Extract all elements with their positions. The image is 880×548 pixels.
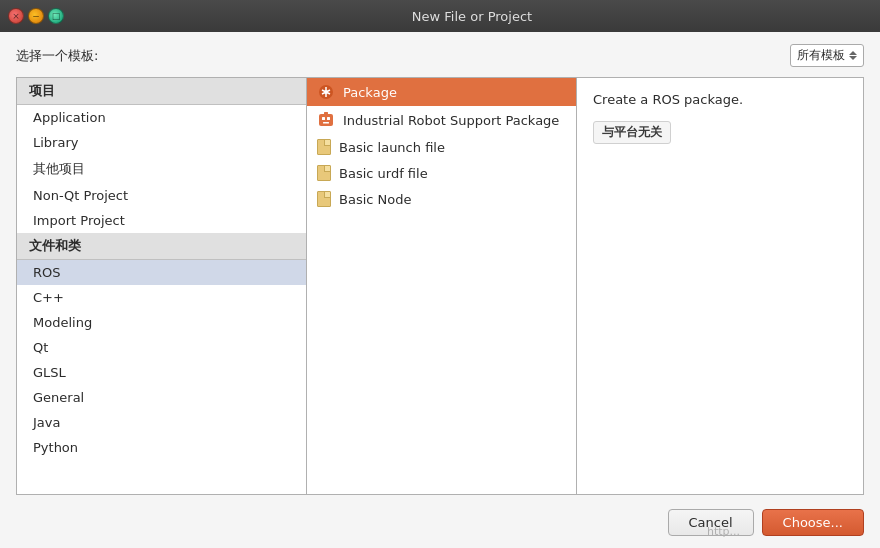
svg-point-1 xyxy=(324,90,328,94)
titlebar: × − □ New File or Project xyxy=(0,0,880,32)
robot-icon xyxy=(317,111,335,129)
dialog: 选择一个模板: 所有模板 项目 Application Library 其他项目… xyxy=(0,32,880,548)
template-label: 选择一个模板: xyxy=(16,47,98,65)
middle-item-urdf[interactable]: Basic urdf file xyxy=(307,160,576,186)
section-header-project: 项目 xyxy=(17,78,306,105)
svg-rect-3 xyxy=(322,117,325,120)
file-icon-urdf xyxy=(317,165,331,181)
package-description: Create a ROS package. xyxy=(593,92,847,107)
left-item-other[interactable]: 其他项目 xyxy=(17,155,306,183)
section-header-files: 文件和类 xyxy=(17,233,306,260)
left-item-qt[interactable]: Qt xyxy=(17,335,306,360)
left-item-glsl[interactable]: GLSL xyxy=(17,360,306,385)
platform-badge: 与平台无关 xyxy=(593,121,671,144)
window-controls[interactable]: × − □ xyxy=(8,8,64,24)
arrow-down-icon xyxy=(849,56,857,60)
arrow-up-icon xyxy=(849,51,857,55)
left-panel: 项目 Application Library 其他项目 Non-Qt Proje… xyxy=(17,78,307,494)
middle-item-urdf-label: Basic urdf file xyxy=(339,166,428,181)
panels-container: 项目 Application Library 其他项目 Non-Qt Proje… xyxy=(16,77,864,495)
left-item-java[interactable]: Java xyxy=(17,410,306,435)
window-title: New File or Project xyxy=(72,9,872,24)
file-icon-node xyxy=(317,191,331,207)
left-item-ros[interactable]: ROS xyxy=(17,260,306,285)
middle-item-launch[interactable]: Basic launch file xyxy=(307,134,576,160)
middle-item-package[interactable]: Package xyxy=(307,78,576,106)
dropdown-arrows xyxy=(849,51,857,60)
left-item-library[interactable]: Library xyxy=(17,130,306,155)
left-item-nonqt[interactable]: Non-Qt Project xyxy=(17,183,306,208)
middle-item-node-label: Basic Node xyxy=(339,192,411,207)
middle-panel: Package Industrial Robot Support Package… xyxy=(307,78,577,494)
svg-rect-5 xyxy=(323,122,329,124)
template-select-dropdown[interactable]: 所有模板 xyxy=(790,44,864,67)
watermark-text: http... xyxy=(707,525,740,538)
minimize-button[interactable]: − xyxy=(28,8,44,24)
svg-rect-2 xyxy=(319,114,333,126)
middle-item-node[interactable]: Basic Node xyxy=(307,186,576,212)
left-item-import[interactable]: Import Project xyxy=(17,208,306,233)
svg-rect-6 xyxy=(324,112,328,114)
maximize-button[interactable]: □ xyxy=(48,8,64,24)
file-icon-launch xyxy=(317,139,331,155)
bottom-bar: http... Cancel Choose... xyxy=(16,505,864,536)
left-item-python[interactable]: Python xyxy=(17,435,306,460)
close-button[interactable]: × xyxy=(8,8,24,24)
right-panel: Create a ROS package. 与平台无关 xyxy=(577,78,863,494)
top-bar: 选择一个模板: 所有模板 xyxy=(16,44,864,67)
svg-rect-4 xyxy=(327,117,330,120)
package-icon xyxy=(317,83,335,101)
choose-button[interactable]: Choose... xyxy=(762,509,864,536)
left-item-modeling[interactable]: Modeling xyxy=(17,310,306,335)
middle-item-launch-label: Basic launch file xyxy=(339,140,445,155)
template-select-value: 所有模板 xyxy=(797,47,845,64)
middle-item-robot-label: Industrial Robot Support Package xyxy=(343,113,559,128)
left-item-general[interactable]: General xyxy=(17,385,306,410)
left-item-cpp[interactable]: C++ xyxy=(17,285,306,310)
middle-item-package-label: Package xyxy=(343,85,397,100)
middle-item-robot[interactable]: Industrial Robot Support Package xyxy=(307,106,576,134)
left-item-application[interactable]: Application xyxy=(17,105,306,130)
